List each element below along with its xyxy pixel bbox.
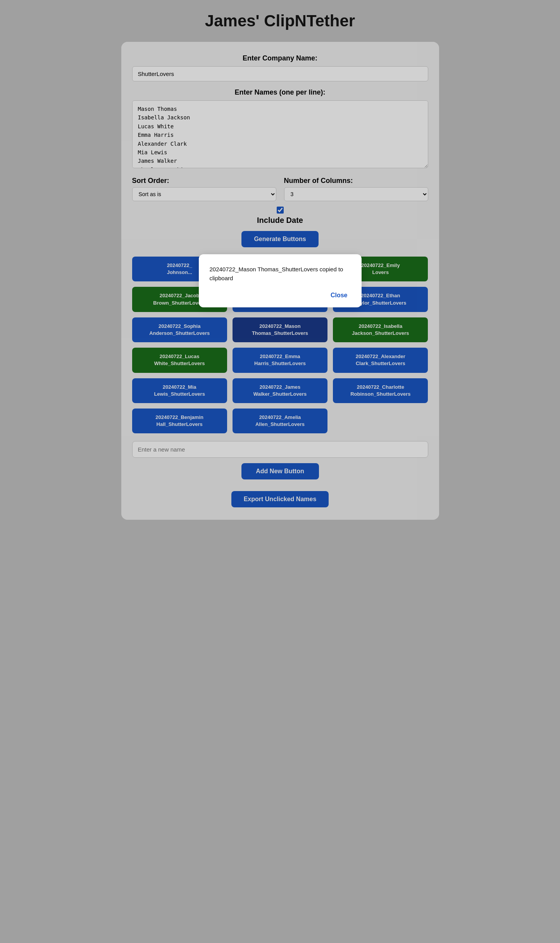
page-title: James' ClipNTether [121, 12, 439, 30]
modal-overlay: 20240722_Mason Thomas_ShutterLovers copi… [121, 42, 439, 520]
modal-box: 20240722_Mason Thomas_ShutterLovers copi… [199, 254, 362, 307]
main-card: Enter Company Name: Enter Names (one per… [121, 42, 439, 520]
modal-message: 20240722_Mason Thomas_ShutterLovers copi… [210, 265, 351, 283]
modal-close-button[interactable]: Close [327, 290, 351, 300]
